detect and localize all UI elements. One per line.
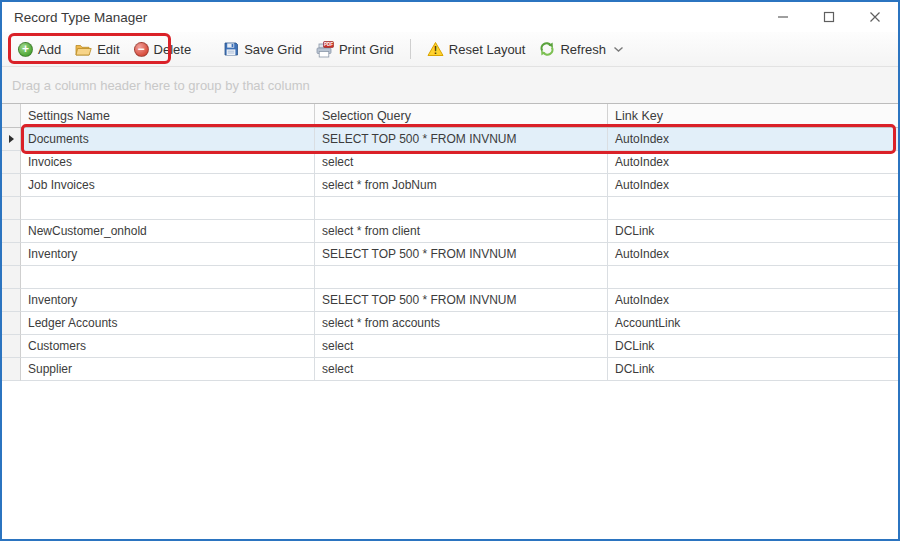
- table-row[interactable]: InventorySELECT TOP 500 * FROM INVNUMAut…: [2, 289, 898, 312]
- table-row[interactable]: DocumentsSELECT TOP 500 * FROM INVNUMAut…: [2, 128, 898, 151]
- column-header-link-key[interactable]: Link Key: [608, 104, 898, 127]
- floppy-disk-icon: [223, 41, 239, 57]
- cell-link-key[interactable]: AutoIndex: [608, 174, 898, 197]
- reset-layout-button-label: Reset Layout: [449, 42, 526, 57]
- row-indicator[interactable]: [2, 151, 21, 174]
- table-row[interactable]: InvoicesselectAutoIndex: [2, 151, 898, 174]
- table-row[interactable]: NewCustomer_onholdselect * from clientDC…: [2, 220, 898, 243]
- warning-glyph: !: [434, 45, 437, 56]
- cell-selection-query[interactable]: SELECT TOP 500 * FROM INVNUM: [315, 289, 608, 312]
- reset-layout-button[interactable]: ! Reset Layout: [427, 41, 526, 57]
- row-indicator[interactable]: [2, 128, 21, 151]
- cell-link-key[interactable]: [608, 266, 898, 289]
- chevron-down-icon[interactable]: [613, 46, 624, 53]
- cell-selection-query[interactable]: SELECT TOP 500 * FROM INVNUM: [315, 128, 608, 151]
- cell-selection-query[interactable]: select * from JobNum: [315, 174, 608, 197]
- record-type-manager-window: Record Type Manager + Add Edit: [0, 0, 900, 541]
- plus-circle-icon: +: [18, 42, 33, 57]
- cell-selection-query[interactable]: SELECT TOP 500 * FROM INVNUM: [315, 243, 608, 266]
- table-row[interactable]: [2, 197, 898, 220]
- warning-triangle-icon: !: [427, 41, 444, 57]
- row-indicator[interactable]: [2, 174, 21, 197]
- current-row-arrow-icon: [9, 135, 14, 143]
- refresh-button-label: Refresh: [560, 42, 606, 57]
- cell-link-key[interactable]: DCLink: [608, 220, 898, 243]
- minus-circle-icon: −: [134, 42, 149, 57]
- delete-button[interactable]: − Delete: [134, 42, 192, 57]
- print-grid-button[interactable]: PDF Print Grid: [316, 41, 394, 58]
- window-title: Record Type Manager: [14, 10, 147, 25]
- table-row[interactable]: SupplierselectDCLink: [2, 358, 898, 381]
- save-grid-button[interactable]: Save Grid: [223, 41, 302, 57]
- printer-pdf-icon: PDF: [316, 41, 334, 58]
- plus-glyph: +: [22, 43, 29, 55]
- cell-link-key[interactable]: AutoIndex: [608, 243, 898, 266]
- cell-settings-name[interactable]: Documents: [21, 128, 315, 151]
- table-row[interactable]: Ledger Accountsselect * from accountsAcc…: [2, 312, 898, 335]
- row-indicator[interactable]: [2, 312, 21, 335]
- pdf-badge-text: PDF: [324, 42, 333, 47]
- cell-selection-query[interactable]: [315, 197, 608, 220]
- table-row[interactable]: Job Invoicesselect * from JobNumAutoInde…: [2, 174, 898, 197]
- grid-header-row: Settings Name Selection Query Link Key: [2, 104, 898, 128]
- delete-button-label: Delete: [154, 42, 192, 57]
- group-by-hint: Drag a column header here to group by th…: [12, 78, 310, 93]
- cell-link-key[interactable]: [608, 197, 898, 220]
- grid-body: DocumentsSELECT TOP 500 * FROM INVNUMAut…: [2, 128, 898, 381]
- cell-settings-name[interactable]: Job Invoices: [21, 174, 315, 197]
- table-row[interactable]: [2, 266, 898, 289]
- minus-glyph: −: [138, 43, 145, 55]
- row-indicator-header: [2, 104, 21, 127]
- cell-selection-query[interactable]: select: [315, 358, 608, 381]
- cell-selection-query[interactable]: select * from accounts: [315, 312, 608, 335]
- cell-link-key[interactable]: AutoIndex: [608, 289, 898, 312]
- cell-settings-name[interactable]: Supplier: [21, 358, 315, 381]
- minimize-button[interactable]: [760, 2, 806, 32]
- cell-settings-name[interactable]: Inventory: [21, 243, 315, 266]
- row-indicator[interactable]: [2, 220, 21, 243]
- toolbar: + Add Edit − Delete Save Grid: [2, 32, 898, 67]
- toolbar-separator: [410, 39, 411, 59]
- cell-settings-name[interactable]: NewCustomer_onhold: [21, 220, 315, 243]
- table-row[interactable]: CustomersselectDCLink: [2, 335, 898, 358]
- cell-settings-name[interactable]: Inventory: [21, 289, 315, 312]
- row-indicator[interactable]: [2, 358, 21, 381]
- titlebar: Record Type Manager: [2, 2, 898, 32]
- maximize-icon: [823, 11, 835, 23]
- row-indicator[interactable]: [2, 289, 21, 312]
- cell-settings-name[interactable]: [21, 266, 315, 289]
- row-indicator[interactable]: [2, 266, 21, 289]
- cell-settings-name[interactable]: Ledger Accounts: [21, 312, 315, 335]
- cell-link-key[interactable]: DCLink: [608, 358, 898, 381]
- print-grid-button-label: Print Grid: [339, 42, 394, 57]
- close-button[interactable]: [852, 2, 898, 32]
- minimize-icon: [777, 11, 789, 23]
- column-header-selection-query[interactable]: Selection Query: [315, 104, 608, 127]
- cell-link-key[interactable]: DCLink: [608, 335, 898, 358]
- edit-button[interactable]: Edit: [75, 42, 119, 57]
- cell-link-key[interactable]: AutoIndex: [608, 151, 898, 174]
- cell-link-key[interactable]: AccountLink: [608, 312, 898, 335]
- cell-settings-name[interactable]: [21, 197, 315, 220]
- close-icon: [869, 11, 881, 23]
- group-by-panel[interactable]: Drag a column header here to group by th…: [2, 67, 898, 104]
- cell-selection-query[interactable]: select: [315, 151, 608, 174]
- window-controls: [760, 2, 898, 32]
- cell-selection-query[interactable]: select: [315, 335, 608, 358]
- add-button-label: Add: [38, 42, 61, 57]
- column-header-settings-name[interactable]: Settings Name: [21, 104, 315, 127]
- record-type-grid: Settings Name Selection Query Link Key D…: [2, 104, 898, 539]
- cell-link-key[interactable]: AutoIndex: [608, 128, 898, 151]
- row-indicator[interactable]: [2, 197, 21, 220]
- maximize-button[interactable]: [806, 2, 852, 32]
- row-indicator[interactable]: [2, 335, 21, 358]
- refresh-button[interactable]: Refresh: [539, 41, 624, 57]
- save-grid-button-label: Save Grid: [244, 42, 302, 57]
- cell-selection-query[interactable]: [315, 266, 608, 289]
- row-indicator[interactable]: [2, 243, 21, 266]
- cell-settings-name[interactable]: Invoices: [21, 151, 315, 174]
- table-row[interactable]: InventorySELECT TOP 500 * FROM INVNUMAut…: [2, 243, 898, 266]
- add-button[interactable]: + Add: [18, 42, 61, 57]
- cell-selection-query[interactable]: select * from client: [315, 220, 608, 243]
- cell-settings-name[interactable]: Customers: [21, 335, 315, 358]
